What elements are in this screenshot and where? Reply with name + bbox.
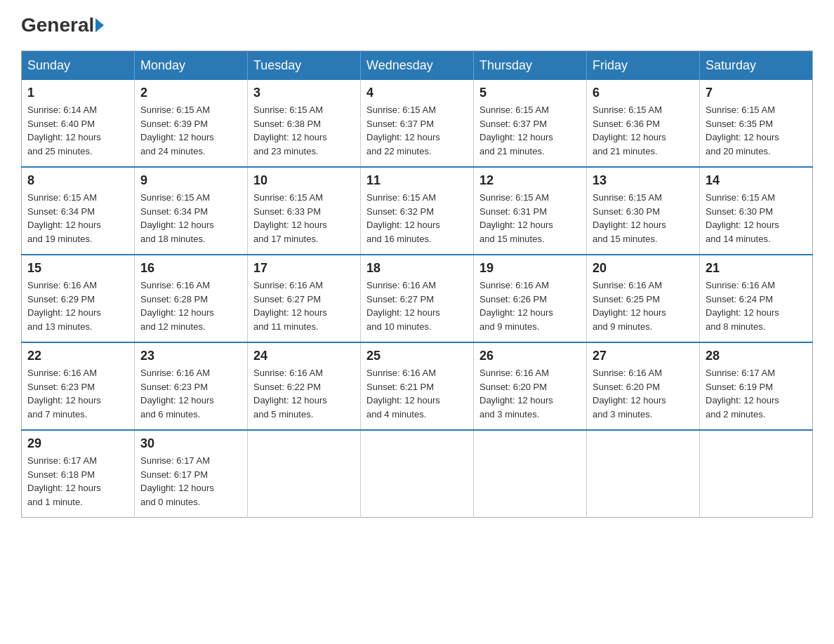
day-number: 20 (593, 261, 694, 276)
day-info: Sunrise: 6:15 AMSunset: 6:31 PMDaylight:… (479, 191, 581, 246)
day-number: 28 (706, 349, 807, 363)
day-number: 9 (140, 173, 241, 188)
calendar-cell: 4Sunrise: 6:15 AMSunset: 6:37 PMDaylight… (361, 80, 474, 167)
day-number: 22 (27, 349, 128, 363)
calendar-cell: 26Sunrise: 6:16 AMSunset: 6:20 PMDayligh… (474, 342, 587, 430)
day-number: 25 (366, 349, 468, 363)
day-number: 14 (706, 173, 807, 188)
day-info: Sunrise: 6:15 AMSunset: 6:34 PMDaylight:… (27, 191, 128, 246)
day-number: 26 (479, 349, 581, 363)
day-info: Sunrise: 6:16 AMSunset: 6:29 PMDaylight:… (27, 279, 128, 333)
day-info: Sunrise: 6:15 AMSunset: 6:36 PMDaylight:… (593, 103, 694, 158)
day-number: 18 (366, 261, 468, 276)
calendar-week-row: 22Sunrise: 6:16 AMSunset: 6:23 PMDayligh… (22, 342, 813, 430)
calendar-cell: 3Sunrise: 6:15 AMSunset: 6:38 PMDaylight… (248, 80, 361, 167)
day-info: Sunrise: 6:16 AMSunset: 6:28 PMDaylight:… (140, 279, 241, 333)
logo-triangle-icon (95, 18, 104, 32)
day-info: Sunrise: 6:17 AMSunset: 6:19 PMDaylight:… (706, 366, 807, 421)
calendar-cell (587, 430, 700, 518)
weekday-header-wednesday: Wednesday (361, 51, 474, 81)
day-info: Sunrise: 6:15 AMSunset: 6:38 PMDaylight:… (253, 103, 355, 158)
day-info: Sunrise: 6:15 AMSunset: 6:39 PMDaylight:… (140, 103, 241, 158)
day-number: 29 (27, 436, 128, 451)
logo-blue-part (94, 18, 104, 32)
day-info: Sunrise: 6:16 AMSunset: 6:25 PMDaylight:… (593, 279, 694, 333)
calendar-cell: 20Sunrise: 6:16 AMSunset: 6:25 PMDayligh… (587, 255, 700, 342)
day-info: Sunrise: 6:16 AMSunset: 6:23 PMDaylight:… (140, 366, 241, 421)
day-number: 21 (706, 261, 807, 276)
day-number: 27 (593, 349, 694, 363)
day-info: Sunrise: 6:15 AMSunset: 6:34 PMDaylight:… (140, 191, 241, 246)
calendar-week-row: 1Sunrise: 6:14 AMSunset: 6:40 PMDaylight… (22, 80, 813, 167)
calendar-cell: 29Sunrise: 6:17 AMSunset: 6:18 PMDayligh… (22, 430, 135, 518)
day-number: 19 (479, 261, 581, 276)
day-number: 24 (253, 349, 355, 363)
day-info: Sunrise: 6:16 AMSunset: 6:21 PMDaylight:… (366, 366, 468, 421)
calendar-cell: 17Sunrise: 6:16 AMSunset: 6:27 PMDayligh… (248, 255, 361, 342)
calendar-cell: 6Sunrise: 6:15 AMSunset: 6:36 PMDaylight… (587, 80, 700, 167)
calendar-cell: 12Sunrise: 6:15 AMSunset: 6:31 PMDayligh… (474, 167, 587, 255)
calendar-cell: 16Sunrise: 6:16 AMSunset: 6:28 PMDayligh… (135, 255, 248, 342)
calendar-cell: 13Sunrise: 6:15 AMSunset: 6:30 PMDayligh… (587, 167, 700, 255)
calendar-cell (474, 430, 587, 518)
weekday-header-friday: Friday (587, 51, 700, 81)
weekday-header-sunday: Sunday (22, 51, 135, 81)
calendar-cell: 18Sunrise: 6:16 AMSunset: 6:27 PMDayligh… (361, 255, 474, 342)
day-number: 5 (479, 86, 581, 100)
calendar-cell: 23Sunrise: 6:16 AMSunset: 6:23 PMDayligh… (135, 342, 248, 430)
day-info: Sunrise: 6:14 AMSunset: 6:40 PMDaylight:… (27, 103, 128, 158)
calendar-cell: 30Sunrise: 6:17 AMSunset: 6:17 PMDayligh… (135, 430, 248, 518)
calendar-cell: 21Sunrise: 6:16 AMSunset: 6:24 PMDayligh… (700, 255, 813, 342)
day-info: Sunrise: 6:17 AMSunset: 6:17 PMDaylight:… (140, 454, 241, 509)
day-number: 3 (253, 86, 355, 100)
weekday-header-saturday: Saturday (700, 51, 813, 81)
calendar-cell: 25Sunrise: 6:16 AMSunset: 6:21 PMDayligh… (361, 342, 474, 430)
weekday-header-monday: Monday (135, 51, 248, 81)
logo: General (21, 14, 104, 36)
day-number: 2 (140, 86, 241, 100)
day-info: Sunrise: 6:15 AMSunset: 6:33 PMDaylight:… (253, 191, 355, 246)
logo-general-text: General (21, 14, 94, 36)
calendar-cell (248, 430, 361, 518)
day-info: Sunrise: 6:15 AMSunset: 6:37 PMDaylight:… (366, 103, 468, 158)
calendar-week-row: 15Sunrise: 6:16 AMSunset: 6:29 PMDayligh… (22, 255, 813, 342)
day-number: 4 (366, 86, 468, 100)
day-number: 1 (27, 86, 128, 100)
calendar-cell: 28Sunrise: 6:17 AMSunset: 6:19 PMDayligh… (700, 342, 813, 430)
calendar-cell (361, 430, 474, 518)
day-number: 23 (140, 349, 241, 363)
calendar-cell: 24Sunrise: 6:16 AMSunset: 6:22 PMDayligh… (248, 342, 361, 430)
day-info: Sunrise: 6:16 AMSunset: 6:27 PMDaylight:… (253, 279, 355, 333)
day-info: Sunrise: 6:16 AMSunset: 6:27 PMDaylight:… (366, 279, 468, 333)
calendar-cell: 14Sunrise: 6:15 AMSunset: 6:30 PMDayligh… (700, 167, 813, 255)
day-info: Sunrise: 6:15 AMSunset: 6:35 PMDaylight:… (706, 103, 807, 158)
calendar-cell: 15Sunrise: 6:16 AMSunset: 6:29 PMDayligh… (22, 255, 135, 342)
day-number: 15 (27, 261, 128, 276)
calendar-cell: 8Sunrise: 6:15 AMSunset: 6:34 PMDaylight… (22, 167, 135, 255)
day-info: Sunrise: 6:15 AMSunset: 6:37 PMDaylight:… (479, 103, 581, 158)
day-number: 12 (479, 173, 581, 188)
day-number: 11 (366, 173, 468, 188)
day-number: 17 (253, 261, 355, 276)
calendar-table: SundayMondayTuesdayWednesdayThursdayFrid… (21, 51, 813, 518)
page-header: General (21, 14, 813, 36)
weekday-header-thursday: Thursday (474, 51, 587, 81)
day-info: Sunrise: 6:16 AMSunset: 6:20 PMDaylight:… (593, 366, 694, 421)
day-info: Sunrise: 6:15 AMSunset: 6:30 PMDaylight:… (593, 191, 694, 246)
day-number: 6 (593, 86, 694, 100)
day-info: Sunrise: 6:17 AMSunset: 6:18 PMDaylight:… (27, 454, 128, 509)
day-info: Sunrise: 6:16 AMSunset: 6:26 PMDaylight:… (479, 279, 581, 333)
calendar-cell: 10Sunrise: 6:15 AMSunset: 6:33 PMDayligh… (248, 167, 361, 255)
calendar-cell: 2Sunrise: 6:15 AMSunset: 6:39 PMDaylight… (135, 80, 248, 167)
day-number: 13 (593, 173, 694, 188)
calendar-week-row: 29Sunrise: 6:17 AMSunset: 6:18 PMDayligh… (22, 430, 813, 518)
day-info: Sunrise: 6:16 AMSunset: 6:22 PMDaylight:… (253, 366, 355, 421)
calendar-cell: 7Sunrise: 6:15 AMSunset: 6:35 PMDaylight… (700, 80, 813, 167)
day-info: Sunrise: 6:15 AMSunset: 6:32 PMDaylight:… (366, 191, 468, 246)
day-number: 10 (253, 173, 355, 188)
day-info: Sunrise: 6:16 AMSunset: 6:23 PMDaylight:… (27, 366, 128, 421)
calendar-cell: 19Sunrise: 6:16 AMSunset: 6:26 PMDayligh… (474, 255, 587, 342)
calendar-cell: 22Sunrise: 6:16 AMSunset: 6:23 PMDayligh… (22, 342, 135, 430)
calendar-cell (700, 430, 813, 518)
calendar-header-row: SundayMondayTuesdayWednesdayThursdayFrid… (22, 51, 813, 81)
